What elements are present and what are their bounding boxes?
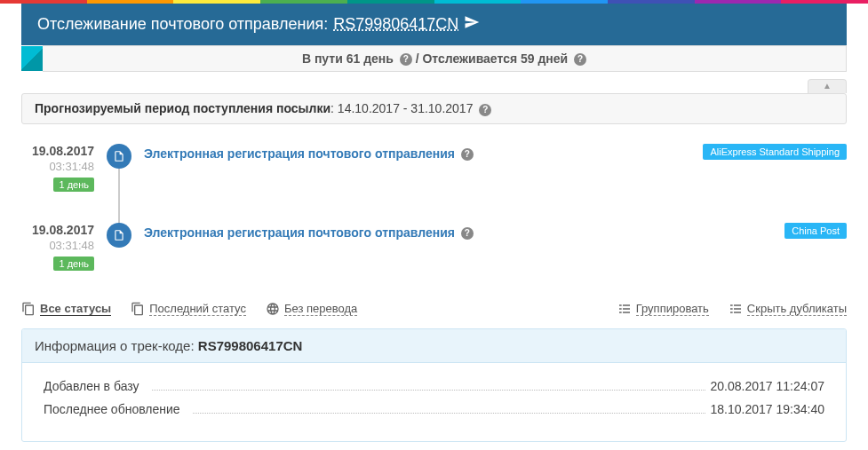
info-value: 20.08.2017 11:24:07 — [711, 379, 824, 393]
event-row: 19.08.2017 03:31:48 1 день Электронная р… — [21, 144, 847, 192]
info-row: Добавлен в базу 20.08.2017 11:24:07 — [44, 379, 824, 393]
filter-toolbar: Все статусы Последний статус Без перевод… — [21, 302, 847, 316]
event-title: Электронная регистрация почтового отправ… — [144, 146, 474, 161]
tracking-header: Отслеживание почтового отправления: RS79… — [21, 4, 847, 45]
carrier-badge[interactable]: China Post — [784, 223, 847, 239]
info-head-prefix: Информация о трек-коде: — [35, 338, 195, 353]
event-timeline: 19.08.2017 03:31:48 1 день Электронная р… — [21, 144, 847, 271]
event-title: Электронная регистрация почтового отправ… — [144, 225, 474, 240]
event-time: 03:31:48 — [21, 239, 94, 252]
track-info-panel: Информация о трек-коде: RS799806417CN До… — [21, 328, 847, 442]
info-label: Добавлен в базу — [44, 379, 147, 393]
carrier-badge[interactable]: AliExpress Standard Shipping — [703, 144, 847, 160]
event-node-icon — [107, 144, 131, 169]
list-icon — [729, 302, 743, 316]
transit-label: В пути — [302, 51, 343, 66]
transit-unit: день — [363, 51, 394, 66]
event-row: 19.08.2017 03:31:48 1 день Электронная р… — [21, 223, 847, 271]
filter-no-translate[interactable]: Без перевода — [266, 302, 357, 316]
forecast-range: 14.10.2017 - 31.10.2017 — [338, 101, 474, 115]
help-icon[interactable]: ? — [479, 104, 491, 116]
follow-days: 59 — [521, 51, 535, 66]
follow-unit: дней — [538, 51, 568, 66]
paper-plane-icon — [464, 14, 480, 35]
help-icon[interactable]: ? — [461, 227, 474, 240]
copy-icon — [131, 302, 145, 316]
help-icon[interactable]: ? — [574, 53, 586, 66]
dotted-leader — [193, 413, 705, 414]
follow-label: Отслеживается — [422, 51, 517, 66]
status-bar-accent — [21, 46, 43, 71]
info-value: 18.10.2017 19:34:40 — [711, 402, 824, 416]
event-node-icon — [107, 223, 131, 248]
event-date: 19.08.2017 — [21, 223, 94, 237]
separator: / — [416, 51, 419, 66]
status-bar-body: В пути 61 день ? / Отслеживается 59 дней… — [43, 45, 847, 72]
info-row: Последнее обновление 18.10.2017 19:34:40 — [44, 402, 824, 416]
forecast-panel: Прогнозируемый период поступления посылк… — [21, 93, 847, 123]
track-info-header: Информация о трек-коде: RS799806417CN — [22, 329, 846, 363]
event-time: 03:31:48 — [21, 160, 94, 173]
timeline-connector — [118, 169, 120, 227]
event-date: 19.08.2017 — [21, 144, 94, 158]
globe-icon — [266, 302, 280, 316]
event-duration-badge: 1 день — [53, 257, 94, 271]
list-icon — [617, 302, 632, 316]
event-duration-badge: 1 день — [53, 178, 94, 192]
help-icon[interactable]: ? — [400, 53, 412, 66]
info-label: Последнее обновление — [44, 402, 187, 416]
status-bar: В пути 61 день ? / Отслеживается 59 дней… — [21, 45, 847, 72]
filter-all-statuses[interactable]: Все статусы — [21, 302, 111, 316]
help-icon[interactable]: ? — [461, 148, 474, 161]
copy-icon — [21, 302, 36, 316]
transit-days: 61 — [346, 51, 361, 66]
track-number-link[interactable]: RS799806417CN — [333, 15, 458, 34]
info-head-code: RS799806417CN — [198, 338, 303, 353]
filter-last-status[interactable]: Последний статус — [131, 302, 246, 316]
filter-group[interactable]: Группировать — [617, 302, 709, 316]
collapse-toggle[interactable]: ▲ — [808, 79, 847, 93]
filter-hide-duplicates[interactable]: Скрыть дубликаты — [729, 302, 847, 316]
tracking-header-prefix: Отслеживание почтового отправления: — [37, 15, 328, 34]
dotted-leader — [152, 390, 705, 391]
forecast-label: Прогнозируемый период поступления посылк… — [35, 101, 330, 115]
